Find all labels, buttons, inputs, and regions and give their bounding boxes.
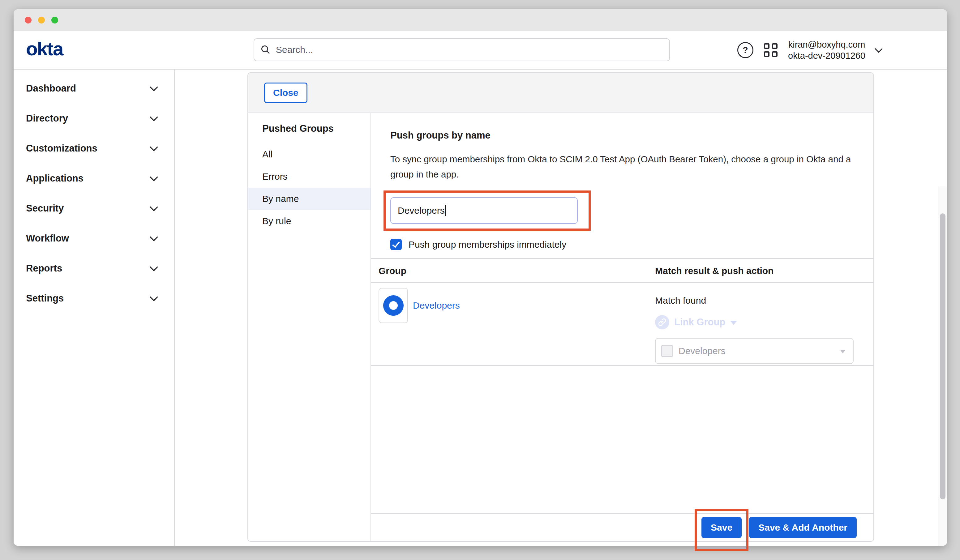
search-input[interactable]	[275, 44, 669, 55]
column-header-match: Match result & push action	[655, 266, 773, 276]
help-glyph: ?	[743, 45, 748, 55]
match-status-text: Match found	[655, 295, 874, 306]
table-header: Group Match result & push action	[371, 259, 874, 282]
browser-window: okta ? kiran@boxyhq.com okta-de	[14, 9, 947, 546]
app-group-value: Developers	[678, 346, 840, 356]
close-button[interactable]: Close	[264, 83, 307, 103]
sidebar-item-dashboard[interactable]: Dashboard	[14, 73, 174, 103]
account-org: okta-dev-20901260	[788, 50, 866, 61]
app-grid-icon[interactable]	[764, 43, 778, 57]
push-immediately-row: Push group memberships immediately	[390, 239, 874, 250]
sidebar-item-applications[interactable]: Applications	[14, 163, 174, 193]
table-row: Developers Match found	[371, 282, 874, 366]
minimize-window-button[interactable]	[38, 17, 45, 24]
pushed-groups-panel: Close Pushed Groups All Errors By name B…	[247, 72, 874, 542]
chevron-down-icon	[150, 293, 158, 301]
chevron-down-icon	[150, 143, 158, 151]
chevron-down-icon	[150, 203, 158, 211]
panel-body: Pushed Groups All Errors By name By rule…	[248, 113, 874, 541]
sidebar-item-directory[interactable]: Directory	[14, 103, 174, 133]
match-table: Group Match result & push action Develop…	[371, 258, 874, 366]
sidebar-item-security[interactable]: Security	[14, 193, 174, 223]
save-and-add-another-button[interactable]: Save & Add Another	[749, 517, 857, 538]
save-button-wrapper: Save	[701, 517, 742, 538]
subnav-item-errors[interactable]: Errors	[248, 165, 371, 188]
link-group-dropdown[interactable]: Link Group	[655, 315, 874, 329]
sidebar-item-workflow[interactable]: Workflow	[14, 223, 174, 253]
by-name-content: Push groups by name To sync group member…	[371, 113, 874, 541]
account-chevron-down-icon[interactable]	[875, 45, 882, 53]
global-search[interactable]	[254, 38, 670, 61]
group-name-input[interactable]: Developers	[390, 197, 578, 224]
group-name-link[interactable]: Developers	[413, 300, 460, 311]
group-cell: Developers	[379, 288, 655, 323]
input-annotation-box: Developers	[384, 190, 591, 231]
vertical-scrollbar-track[interactable]	[938, 186, 947, 546]
chevron-down-icon	[150, 173, 158, 181]
sidebar-item-settings[interactable]: Settings	[14, 283, 174, 313]
push-immediately-label: Push group memberships immediately	[408, 239, 566, 250]
okta-group-icon	[383, 295, 403, 316]
subnav-item-by-rule[interactable]: By rule	[248, 210, 371, 232]
close-window-button[interactable]	[25, 17, 32, 24]
panel-footer: Save Save & Add Another	[371, 513, 874, 541]
subnav-item-by-name[interactable]: By name	[248, 188, 371, 210]
group-name-input-value: Developers	[398, 205, 445, 216]
match-cell: Match found Link Group	[655, 288, 874, 365]
help-icon[interactable]: ?	[737, 42, 754, 58]
sidebar-item-reports[interactable]: Reports	[14, 253, 174, 283]
sidebar: Dashboard Directory Customizations Appli…	[14, 70, 175, 546]
chevron-down-icon	[150, 113, 158, 121]
check-icon	[392, 240, 400, 248]
link-icon	[655, 315, 669, 329]
vertical-scrollbar-thumb[interactable]	[940, 213, 946, 499]
maximize-window-button[interactable]	[51, 17, 58, 24]
window-titlebar	[14, 9, 947, 31]
caret-down-icon	[730, 321, 737, 325]
account-info[interactable]: kiran@boxyhq.com okta-dev-20901260	[788, 39, 866, 61]
app-group-select[interactable]: Developers	[655, 338, 854, 364]
subnav-item-all[interactable]: All	[248, 143, 371, 165]
chevron-down-icon	[150, 83, 158, 91]
text-cursor	[445, 205, 446, 216]
link-group-label: Link Group	[674, 317, 725, 328]
page-title: Push groups by name	[390, 130, 874, 141]
app-group-placeholder-icon	[661, 345, 673, 357]
search-icon	[261, 45, 271, 55]
column-header-group: Group	[379, 266, 655, 276]
push-immediately-checkbox[interactable]	[390, 239, 402, 250]
description-text: To sync group memberships from Okta to S…	[390, 152, 854, 182]
screen: okta ? kiran@boxyhq.com okta-de	[0, 0, 960, 560]
app-header: okta ? kiran@boxyhq.com okta-de	[14, 31, 947, 70]
panel-header-bar: Close	[248, 73, 874, 113]
okta-logo: okta	[26, 38, 63, 60]
chevron-down-icon	[150, 263, 158, 271]
sidebar-item-customizations[interactable]: Customizations	[14, 133, 174, 163]
account-email: kiran@boxyhq.com	[788, 39, 866, 50]
subnav-title: Pushed Groups	[262, 123, 371, 134]
save-button[interactable]: Save	[701, 517, 742, 538]
group-logo-card	[379, 288, 408, 323]
pushed-groups-subnav: Pushed Groups All Errors By name By rule	[248, 113, 371, 541]
header-right-cluster: ? kiran@boxyhq.com okta-dev-20901260	[737, 31, 882, 69]
caret-down-icon	[840, 350, 846, 354]
chevron-down-icon	[150, 233, 158, 241]
